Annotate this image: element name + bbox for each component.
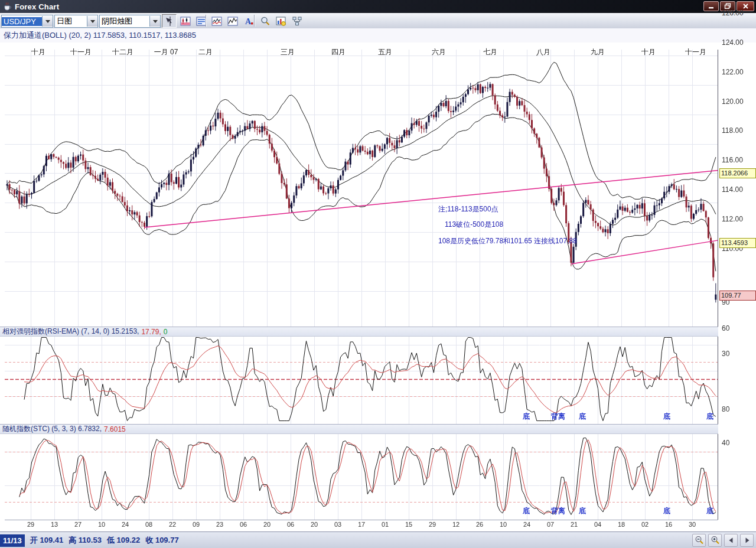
- symbol-select[interactable]: USD/JPY: [1, 15, 53, 28]
- candlestick-chart-icon: [180, 16, 191, 27]
- open-value: 109.41: [40, 536, 63, 544]
- low-value: 109.22: [117, 536, 141, 544]
- status-date: 11/13: [0, 534, 25, 547]
- high-label: 高: [69, 536, 76, 544]
- chevron-down-icon[interactable]: [87, 16, 97, 27]
- chart-style-select[interactable]: 阴阳烛图: [99, 15, 161, 28]
- overlay-indicator-icon: [211, 16, 222, 27]
- zoom-in-button[interactable]: [708, 534, 722, 547]
- zoom-out-button[interactable]: [692, 534, 706, 547]
- window-link-button[interactable]: [289, 14, 304, 28]
- overlay-indicator-button[interactable]: [209, 14, 224, 28]
- status-bar: 11/13 开 109.41 高 110.53 低 109.22 收 109.7…: [0, 531, 756, 548]
- svg-text:A: A: [245, 17, 252, 26]
- symbol-select-value: USD/JPY: [2, 17, 42, 26]
- toolbar-separator: [254, 15, 255, 27]
- magnifier-icon: [260, 16, 271, 27]
- zoom-in-icon: [711, 536, 720, 545]
- chart-analysis-icon: [276, 16, 286, 27]
- close-value: 109.77: [155, 536, 179, 544]
- scroll-left-button[interactable]: [724, 534, 738, 547]
- chart-style-select-value: 阴阳烛图: [100, 16, 149, 27]
- boll-indicator-label: 保力加通道(BOLL) (20, 2) 117.5853, 110.1517, …: [0, 30, 196, 41]
- close-button[interactable]: [737, 1, 754, 11]
- toolbar-separator: [206, 15, 207, 27]
- chart-region: 相对强弱指数(RSI-EMA) (7, 14, 0) 15.2153, 17.7…: [0, 43, 756, 531]
- candlestick-chart-button[interactable]: [178, 14, 193, 28]
- stc-value-red: 7.6015: [102, 425, 126, 433]
- restore-button[interactable]: [720, 1, 735, 11]
- open-label: 开: [30, 536, 38, 544]
- window-link-icon: [292, 16, 302, 27]
- toolbar: USD/JPY 日图 阴阳烛图: [0, 13, 756, 29]
- period-select-value: 日图: [55, 16, 87, 27]
- chart-analysis-button[interactable]: [273, 14, 288, 28]
- text-label-icon: A: [243, 16, 254, 27]
- chevron-down-icon[interactable]: [42, 16, 53, 27]
- quote-board-icon: [196, 16, 207, 27]
- line-chart-button[interactable]: [225, 14, 240, 28]
- arrow-left-icon: [728, 537, 735, 544]
- period-select[interactable]: 日图: [54, 15, 98, 28]
- rsi-value-red: 17.79,: [139, 328, 161, 336]
- crosshair-tool-button[interactable]: [162, 14, 177, 28]
- rsi-indicator-label: 相对强弱指数(RSI-EMA) (7, 14, 0) 15.2153,: [0, 327, 139, 337]
- boll-indicator-header: 保力加通道(BOLL) (20, 2) 117.5853, 110.1517, …: [0, 28, 756, 43]
- low-label: 低: [107, 536, 115, 544]
- title-bar: Forex Chart: [0, 0, 756, 13]
- close-label: 收: [145, 536, 153, 544]
- java-app-icon: [2, 2, 12, 11]
- forex-chart-window: Forex Chart USD/JPY 日图 阴阳烛图: [0, 0, 756, 548]
- stc-indicator-label: 随机指数(STC) (5, 3, 3) 6.7832,: [0, 424, 102, 434]
- chart-canvas[interactable]: [0, 43, 756, 531]
- minimize-icon: [708, 4, 715, 9]
- arrow-right-icon: [744, 537, 751, 544]
- zoom-out-icon: [695, 536, 704, 545]
- chevron-down-icon[interactable]: [149, 16, 160, 27]
- rsi-indicator-header: 相对强弱指数(RSI-EMA) (7, 14, 0) 15.2153, 17.7…: [0, 327, 718, 337]
- close-icon: [742, 3, 749, 9]
- rsi-value-green: 0: [161, 328, 168, 336]
- crosshair-icon: [164, 16, 175, 27]
- minimize-button[interactable]: [703, 1, 719, 11]
- line-chart-icon: [227, 16, 238, 27]
- high-value: 110.53: [79, 536, 102, 544]
- zoom-tool-button[interactable]: [258, 14, 272, 28]
- stc-indicator-header: 随机指数(STC) (5, 3, 3) 6.7832, 7.6015: [0, 424, 718, 434]
- scroll-right-button[interactable]: [740, 534, 754, 547]
- restore-icon: [724, 3, 731, 9]
- window-title: Forex Chart: [15, 2, 59, 11]
